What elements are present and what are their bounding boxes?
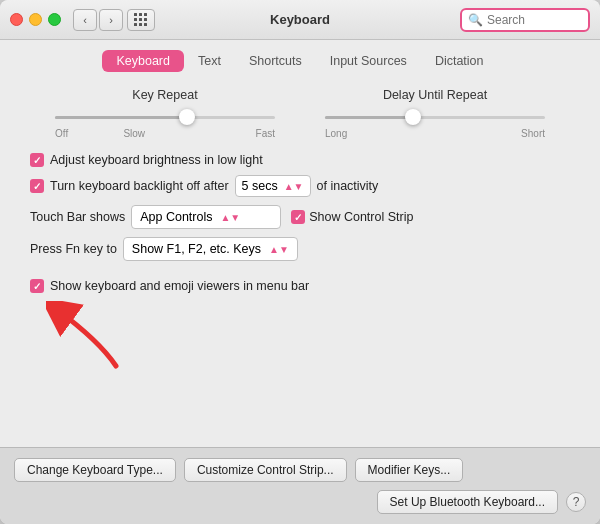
backlight-dropdown[interactable]: 5 secs ▲▼ xyxy=(235,175,311,197)
back-button[interactable]: ‹ xyxy=(73,9,97,31)
show-control-strip-checkbox[interactable]: ✓ xyxy=(291,210,305,224)
touch-bar-label: Touch Bar shows xyxy=(30,210,125,224)
maximize-button[interactable] xyxy=(48,13,61,26)
main-content: Key Repeat Off Slow Fast Delay Until Rep… xyxy=(0,78,600,447)
options-section: ✓ Adjust keyboard brightness in low ligh… xyxy=(30,153,570,261)
emoji-label: Show keyboard and emoji viewers in menu … xyxy=(50,279,309,293)
fn-dropdown-value: Show F1, F2, etc. Keys xyxy=(132,242,261,256)
minimize-button[interactable] xyxy=(29,13,42,26)
delay-repeat-labels: Long Short xyxy=(325,128,545,139)
key-repeat-title: Key Repeat xyxy=(132,88,197,102)
emoji-row: ✓ Show keyboard and emoji viewers in men… xyxy=(30,275,570,297)
key-repeat-fill xyxy=(55,116,187,119)
press-fn-row: Press Fn key to Show F1, F2, etc. Keys ▲… xyxy=(30,237,570,261)
tab-input-sources[interactable]: Input Sources xyxy=(316,50,421,72)
delay-repeat-slider-container xyxy=(325,108,545,126)
show-control-strip-label: Show Control Strip xyxy=(309,210,413,224)
tab-shortcuts[interactable]: Shortcuts xyxy=(235,50,316,72)
touch-bar-row: Touch Bar shows App Controls ▲▼ ✓ Show C… xyxy=(30,205,570,229)
fn-dropdown[interactable]: Show F1, F2, etc. Keys ▲▼ xyxy=(123,237,298,261)
bottom-bar: Change Keyboard Type... Customize Contro… xyxy=(0,447,600,524)
backlight-checkbox[interactable]: ✓ xyxy=(30,179,44,193)
search-icon: 🔍 xyxy=(468,13,483,27)
press-fn-label: Press Fn key to xyxy=(30,242,117,256)
touch-bar-dropdown[interactable]: App Controls ▲▼ xyxy=(131,205,281,229)
close-button[interactable] xyxy=(10,13,23,26)
key-repeat-slider-container xyxy=(55,108,275,126)
customize-control-button[interactable]: Customize Control Strip... xyxy=(184,458,347,482)
tab-text[interactable]: Text xyxy=(184,50,235,72)
backlight-row: ✓ Turn keyboard backlight off after 5 se… xyxy=(30,175,570,197)
tab-keyboard[interactable]: Keyboard xyxy=(102,50,184,72)
bluetooth-keyboard-button[interactable]: Set Up Bluetooth Keyboard... xyxy=(377,490,558,514)
search-input[interactable] xyxy=(487,13,582,27)
window: ‹ › Keyboard 🔍 Keyboard Text Shortcuts I… xyxy=(0,0,600,524)
key-repeat-thumb[interactable] xyxy=(179,109,195,125)
show-control-strip-row: ✓ Show Control Strip xyxy=(291,210,413,224)
backlight-dropdown-arrow: ▲▼ xyxy=(284,181,304,192)
delay-repeat-track[interactable] xyxy=(325,116,545,119)
red-arrow-icon xyxy=(46,301,126,371)
delay-repeat-thumb[interactable] xyxy=(405,109,421,125)
traffic-lights xyxy=(10,13,61,26)
slider-row: Key Repeat Off Slow Fast Delay Until Rep… xyxy=(30,88,570,139)
forward-button[interactable]: › xyxy=(99,9,123,31)
tab-bar: Keyboard Text Shortcuts Input Sources Di… xyxy=(0,40,600,78)
delay-repeat-section: Delay Until Repeat Long Short xyxy=(325,88,545,139)
help-button[interactable]: ? xyxy=(566,492,586,512)
touch-bar-dropdown-value: App Controls xyxy=(140,210,212,224)
grid-view-button[interactable] xyxy=(127,9,155,31)
backlight-label-prefix: Turn keyboard backlight off after xyxy=(50,179,229,193)
key-repeat-track[interactable] xyxy=(55,116,275,119)
delay-repeat-title: Delay Until Repeat xyxy=(383,88,487,102)
bottom-right-actions: Set Up Bluetooth Keyboard... ? xyxy=(377,490,586,514)
touch-bar-dropdown-arrow: ▲▼ xyxy=(220,212,240,223)
delay-repeat-fill xyxy=(325,116,413,119)
emoji-checkbox[interactable]: ✓ xyxy=(30,279,44,293)
search-box[interactable]: 🔍 xyxy=(460,8,590,32)
arrow-annotation xyxy=(30,301,570,371)
titlebar: ‹ › Keyboard 🔍 xyxy=(0,0,600,40)
grid-icon xyxy=(134,13,148,27)
key-repeat-section: Key Repeat Off Slow Fast xyxy=(55,88,275,139)
emoji-section: ✓ Show keyboard and emoji viewers in men… xyxy=(30,275,570,371)
window-title: Keyboard xyxy=(270,12,330,27)
brightness-row: ✓ Adjust keyboard brightness in low ligh… xyxy=(30,153,570,167)
brightness-label: Adjust keyboard brightness in low light xyxy=(50,153,263,167)
nav-buttons: ‹ › xyxy=(73,9,123,31)
fn-dropdown-arrow: ▲▼ xyxy=(269,244,289,255)
backlight-label-suffix: of inactivity xyxy=(317,179,379,193)
tab-dictation[interactable]: Dictation xyxy=(421,50,498,72)
brightness-checkbox[interactable]: ✓ xyxy=(30,153,44,167)
backlight-dropdown-value: 5 secs xyxy=(242,179,278,193)
change-keyboard-button[interactable]: Change Keyboard Type... xyxy=(14,458,176,482)
key-repeat-labels: Off Slow Fast xyxy=(55,128,275,139)
modifier-keys-button[interactable]: Modifier Keys... xyxy=(355,458,464,482)
